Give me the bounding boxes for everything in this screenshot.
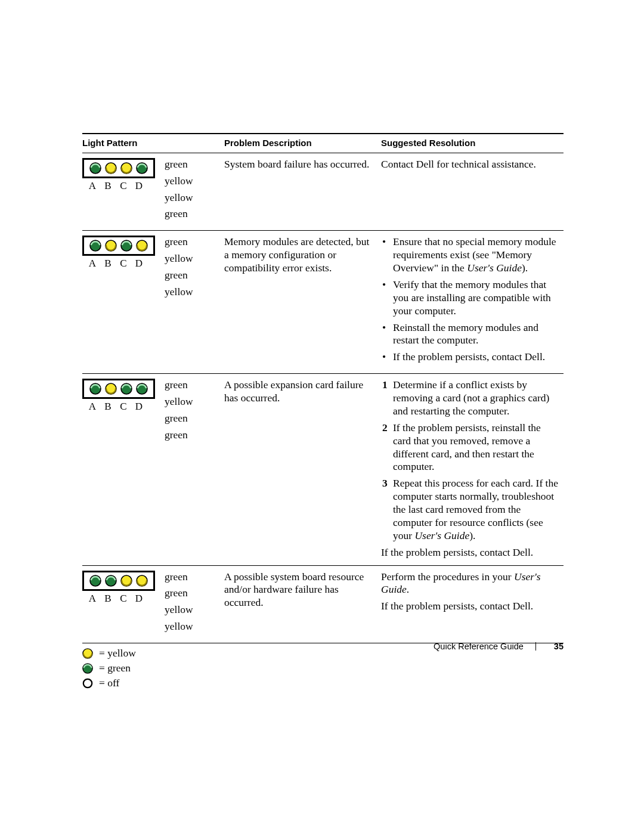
diagnostic-lights-table: Light Pattern Problem Description Sugges… bbox=[82, 133, 564, 643]
led-D-icon bbox=[136, 162, 148, 174]
legend-green-icon bbox=[82, 663, 93, 674]
table-row: ABCDgreenyellowyellowgreenSystem board f… bbox=[82, 153, 564, 231]
code-text: green bbox=[165, 379, 219, 392]
led-C-icon bbox=[120, 575, 132, 587]
cell-light-codes: greenyellowyellowgreen bbox=[165, 153, 224, 231]
led-C-icon bbox=[120, 383, 132, 395]
footer-page-number: 35 bbox=[554, 642, 564, 651]
led-label: D bbox=[131, 400, 147, 413]
led-label: A bbox=[85, 179, 100, 192]
led-B-icon bbox=[105, 575, 117, 587]
table-row: ABCDgreenyellowgreenyellowMemory modules… bbox=[82, 231, 564, 374]
led-label: A bbox=[85, 257, 100, 270]
led-D-icon bbox=[136, 240, 148, 252]
resolution-trailer: If the problem persists, contact Dell. bbox=[381, 546, 559, 559]
code-text: yellow bbox=[165, 286, 219, 299]
cell-suggested-resolution: Determine if a conflict exists by removi… bbox=[381, 374, 564, 565]
code-text: green bbox=[165, 571, 219, 584]
cell-problem-description: A possible system board resource and/or … bbox=[224, 565, 381, 643]
led-label: D bbox=[131, 592, 147, 605]
led-label: A bbox=[85, 592, 100, 605]
cell-light-pattern: ABCD bbox=[82, 565, 165, 643]
code-text: green bbox=[165, 269, 219, 282]
table-header-row: Light Pattern Problem Description Sugges… bbox=[82, 134, 564, 153]
led-C-icon bbox=[120, 240, 132, 252]
led-label: C bbox=[116, 179, 131, 192]
led-label: B bbox=[100, 257, 116, 270]
cell-suggested-resolution: Contact Dell for technical assistance. bbox=[381, 153, 564, 231]
resolution-line: Perform the procedures in your User's Gu… bbox=[381, 571, 559, 597]
led-B-icon bbox=[105, 162, 117, 174]
code-text: green bbox=[165, 587, 219, 600]
header-light-pattern: Light Pattern bbox=[82, 134, 224, 153]
light-block bbox=[82, 571, 155, 591]
code-text: green bbox=[165, 412, 219, 425]
code-text: green bbox=[165, 208, 219, 221]
svg-point-18 bbox=[83, 679, 92, 687]
led-label: C bbox=[116, 592, 131, 605]
legend-text: = off bbox=[99, 677, 119, 689]
led-B-icon bbox=[105, 383, 117, 395]
legend: = yellow = green = off bbox=[82, 647, 564, 689]
code-text: green bbox=[165, 158, 219, 171]
legend-yellow-icon bbox=[82, 648, 93, 659]
led-B-icon bbox=[105, 240, 117, 252]
cell-problem-description: Memory modules are detected, but a memor… bbox=[224, 231, 381, 374]
resolution-bullet: Verify that the memory modules that you … bbox=[391, 278, 559, 318]
led-label: C bbox=[116, 257, 131, 270]
table-row: ABCDgreenyellowgreengreenA possible expa… bbox=[82, 374, 564, 565]
code-text: yellow bbox=[165, 620, 219, 633]
led-D-icon bbox=[136, 383, 148, 395]
code-text: yellow bbox=[165, 175, 219, 188]
legend-text: = yellow bbox=[99, 647, 136, 659]
cell-light-codes: greenyellowgreenyellow bbox=[165, 231, 224, 374]
table-row: ABCDgreengreenyellowyellowA possible sys… bbox=[82, 565, 564, 643]
footer-title: Quick Reference Guide bbox=[434, 642, 524, 651]
led-label: D bbox=[131, 257, 147, 270]
resolution-bullet: If the problem persists, contact Dell. bbox=[391, 351, 559, 364]
light-block bbox=[82, 158, 155, 178]
led-label: B bbox=[100, 400, 116, 413]
footer-separator bbox=[535, 642, 536, 651]
led-label: C bbox=[116, 400, 131, 413]
resolution-line: If the problem persists, contact Dell. bbox=[381, 600, 559, 613]
light-block bbox=[82, 236, 155, 256]
legend-row: = green bbox=[82, 662, 564, 674]
code-text: yellow bbox=[165, 603, 219, 617]
cell-problem-description: A possible expansion card failure has oc… bbox=[224, 374, 381, 565]
led-labels-row: ABCD bbox=[82, 592, 160, 605]
code-text: yellow bbox=[165, 191, 219, 205]
code-text: yellow bbox=[165, 395, 219, 408]
led-D-icon bbox=[136, 575, 148, 587]
led-labels-row: ABCD bbox=[82, 179, 160, 192]
resolution-step: If the problem persists, reinstall the c… bbox=[391, 422, 559, 474]
cell-suggested-resolution: Perform the procedures in your User's Gu… bbox=[381, 565, 564, 643]
led-label: B bbox=[100, 179, 116, 192]
cell-light-pattern: ABCD bbox=[82, 374, 165, 565]
cell-light-pattern: ABCD bbox=[82, 231, 165, 374]
header-problem-description: Problem Description bbox=[224, 134, 381, 153]
led-A-icon bbox=[89, 575, 101, 587]
resolution-bullet: Ensure that no special memory module req… bbox=[391, 236, 559, 275]
led-label: A bbox=[85, 400, 100, 413]
legend-text: = green bbox=[99, 662, 131, 674]
led-labels-row: ABCD bbox=[82, 400, 160, 413]
cell-light-pattern: ABCD bbox=[82, 153, 165, 231]
led-label: B bbox=[100, 592, 116, 605]
resolution-bullet: Reinstall the memory modules and restart… bbox=[391, 321, 559, 348]
legend-off-icon bbox=[82, 678, 93, 689]
page-footer: Quick Reference Guide 35 bbox=[434, 642, 564, 651]
resolution-step: Repeat this process for each card. If th… bbox=[391, 477, 559, 542]
light-block bbox=[82, 379, 155, 399]
code-text: green bbox=[165, 429, 219, 442]
cell-light-codes: greenyellowgreengreen bbox=[165, 374, 224, 565]
led-labels-row: ABCD bbox=[82, 257, 160, 270]
code-text: yellow bbox=[165, 252, 219, 265]
led-label: D bbox=[131, 179, 147, 192]
code-text: green bbox=[165, 236, 219, 249]
led-A-icon bbox=[89, 162, 101, 174]
cell-suggested-resolution: Ensure that no special memory module req… bbox=[381, 231, 564, 374]
led-A-icon bbox=[89, 383, 101, 395]
cell-problem-description: System board failure has occurred. bbox=[224, 153, 381, 231]
resolution-step: Determine if a conflict exists by removi… bbox=[391, 379, 559, 418]
